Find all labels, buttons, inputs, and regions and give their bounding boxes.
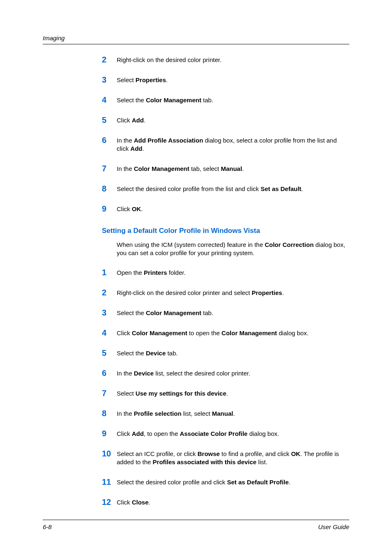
step-text: Select Use my settings for this device. (117, 389, 228, 398)
section1-step: 3Select Properties. (102, 75, 346, 85)
step-number: 12 (102, 497, 117, 507)
section2-step: 1Open the Printers folder. (102, 268, 346, 277)
step-number: 3 (102, 308, 117, 318)
step-text: Select an ICC profile, or click Browse t… (117, 449, 346, 467)
section2-step: 5Select the Device tab. (102, 348, 346, 358)
section2-step: 2Right-click on the desired color printe… (102, 288, 346, 297)
section2-step: 4Click Color Management to open the Colo… (102, 328, 346, 338)
step-number: 5 (102, 115, 117, 125)
step-text: Select the Color Management tab. (117, 308, 213, 317)
step-text: Click Add, to open the Associate Color P… (117, 429, 279, 438)
section1-step: 4Select the Color Management tab. (102, 95, 346, 105)
step-number: 3 (102, 75, 117, 85)
step-number: 9 (102, 204, 117, 214)
step-number: 2 (102, 55, 117, 64)
section2-step: 8In the Profile selection list, select M… (102, 409, 346, 418)
section1-step: 8Select the desired color profile from t… (102, 184, 346, 193)
step-text: Select the desired color profile from th… (117, 184, 303, 193)
step-text: Select the Device tab. (117, 348, 178, 357)
section2-step: 6In the Device list, select the desired … (102, 368, 346, 378)
section2-step: 7Select Use my settings for this device. (102, 389, 346, 398)
step-number: 2 (102, 288, 117, 297)
page-content: 2Right-click on the desired color printe… (43, 44, 349, 520)
step-number: 9 (102, 429, 117, 438)
step-number: 6 (102, 136, 117, 145)
step-number: 4 (102, 95, 117, 105)
step-text: Click Close. (117, 497, 150, 507)
step-text: In the Profile selection list, select Ma… (117, 409, 235, 418)
step-number: 1 (102, 268, 117, 277)
step-number: 6 (102, 368, 117, 378)
step-text: Right-click on the desired color printer… (117, 55, 221, 64)
section1-step: 6In the Add Profile Association dialog b… (102, 136, 346, 153)
running-header: Imaging (43, 35, 349, 41)
section-heading: Setting a Default Color Profile in Windo… (102, 227, 346, 235)
step-number: 7 (102, 389, 117, 398)
step-text: Select the desired color profile and cli… (117, 477, 291, 486)
step-text: In the Add Profile Association dialog bo… (117, 136, 346, 153)
step-text: Click Add. (117, 115, 145, 124)
footer-rule (43, 520, 349, 520)
section1-step: 7In the Color Management tab, select Man… (102, 164, 346, 173)
step-text: Open the Printers folder. (117, 268, 186, 277)
step-text: Click Color Management to open the Color… (117, 328, 309, 337)
footer-label: User Guide (318, 523, 349, 530)
section1-step: 9Click OK. (102, 204, 346, 214)
step-number: 10 (102, 449, 117, 458)
step-text: Select Properties. (117, 75, 168, 84)
step-number: 4 (102, 328, 117, 338)
step-text: In the Color Management tab, select Manu… (117, 164, 244, 173)
section2-step: 9Click Add, to open the Associate Color … (102, 429, 346, 438)
step-number: 7 (102, 164, 117, 173)
section1-step: 5Click Add. (102, 115, 346, 125)
step-text: In the Device list, select the desired c… (117, 368, 250, 378)
section-intro: When using the ICM (system corrected) fe… (102, 241, 346, 258)
section2-step: 12Click Close. (102, 497, 346, 507)
step-text: Click OK. (117, 204, 143, 213)
step-text: Right-click on the desired color printer… (117, 288, 284, 297)
page: Imaging 2Right-click on the desired colo… (0, 0, 392, 555)
section1-step: 2Right-click on the desired color printe… (102, 55, 346, 64)
step-number: 8 (102, 184, 117, 193)
step-number: 11 (102, 477, 117, 487)
step-number: 5 (102, 348, 117, 358)
section2-step: 3Select the Color Management tab. (102, 308, 346, 318)
step-text: Select the Color Management tab. (117, 95, 213, 104)
step-number: 8 (102, 409, 117, 418)
section2-step: 11Select the desired color profile and c… (102, 477, 346, 487)
page-footer: 6-8 User Guide (43, 523, 349, 530)
section2-step: 10Select an ICC profile, or click Browse… (102, 449, 346, 467)
page-number: 6-8 (43, 523, 52, 530)
